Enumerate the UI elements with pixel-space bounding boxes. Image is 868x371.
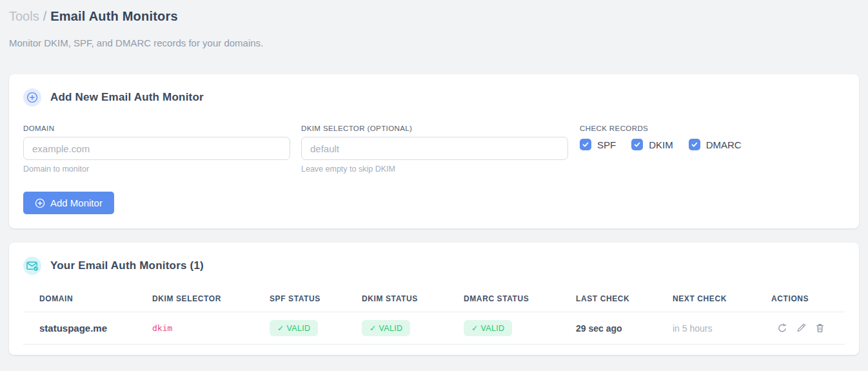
pencil-icon — [796, 323, 806, 333]
dkim-status-badge: ✓ VALID — [362, 320, 410, 336]
spf-checkbox-checked-icon[interactable] — [580, 139, 591, 150]
spf-checkbox-label: SPF — [597, 139, 616, 150]
breadcrumb: Tools/Email Auth Monitors — [9, 8, 859, 25]
column-header-domain: DOMAIN — [23, 294, 152, 303]
row-actions — [771, 323, 845, 334]
edit-button[interactable] — [796, 323, 806, 334]
dkim-status-cell: ✓ VALID — [362, 320, 464, 336]
dkim-checkbox-label: DKIM — [649, 139, 673, 150]
page-title: Email Auth Monitors — [50, 9, 178, 23]
monitors-card-header: Your Email Auth Monitors (1) — [23, 257, 845, 275]
column-header-actions: ACTIONS — [771, 294, 845, 303]
email-auth-monitors-page: Tools/Email Auth Monitors Monitor DKIM, … — [0, 0, 868, 355]
refresh-icon — [777, 323, 787, 334]
column-header-dkim-status: DKIM STATUS — [362, 294, 464, 303]
delete-button[interactable] — [814, 323, 825, 334]
add-monitor-button-label: Add Monitor — [50, 197, 103, 208]
monitor-last-check: 29 sec ago — [576, 323, 673, 334]
add-monitor-card-header: Add New Email Auth Monitor — [23, 88, 845, 106]
monitor-dkim-selector: dkim — [152, 323, 270, 333]
check-records-group: CHECK RECORDS SPF DKIM — [580, 125, 742, 150]
column-header-dmarc-status: DMARC STATUS — [464, 294, 576, 303]
dkim-selector-field-group: DKIM SELECTOR (OPTIONAL) Leave empty to … — [301, 125, 568, 174]
monitor-next-check: in 5 hours — [673, 323, 771, 334]
dkim-selector-input[interactable] — [301, 137, 568, 160]
check-records-options: SPF DKIM DMARC — [580, 139, 742, 150]
column-header-spf-status: SPF STATUS — [270, 294, 362, 303]
monitors-card-title: Your Email Auth Monitors (1) — [50, 259, 204, 272]
refresh-button[interactable] — [777, 323, 787, 334]
dkim-selector-field-helper: Leave empty to skip DKIM — [301, 165, 568, 174]
domain-field-helper: Domain to monitor — [23, 165, 290, 174]
monitor-domain: statuspage.me — [23, 323, 152, 334]
column-header-dkim-selector: DKIM SELECTOR — [152, 294, 270, 303]
dmarc-checkbox-checked-icon[interactable] — [689, 139, 700, 150]
dmarc-status-cell: ✓ VALID — [464, 320, 576, 336]
spf-checkbox-item[interactable]: SPF — [580, 139, 616, 150]
add-monitor-card: Add New Email Auth Monitor DOMAIN Domain… — [9, 74, 859, 228]
monitors-table: DOMAIN DKIM SELECTOR SPF STATUS DKIM STA… — [23, 288, 845, 345]
dmarc-checkbox-item[interactable]: DMARC — [689, 139, 742, 150]
domain-field-label: DOMAIN — [23, 125, 290, 132]
trash-icon — [815, 323, 825, 333]
envelope-check-icon — [23, 257, 41, 275]
table-row: statuspage.me dkim ✓ VALID ✓ VALID ✓ VAL… — [23, 312, 845, 345]
monitors-table-header: DOMAIN DKIM SELECTOR SPF STATUS DKIM STA… — [23, 288, 845, 312]
dkim-checkbox-checked-icon[interactable] — [631, 139, 643, 150]
page-subtitle: Monitor DKIM, SPF, and DMARC records for… — [9, 37, 859, 48]
add-monitor-form: DOMAIN Domain to monitor DKIM SELECTOR (… — [23, 125, 845, 174]
plus-circle-icon — [35, 198, 45, 208]
dkim-checkbox-item[interactable]: DKIM — [631, 139, 673, 150]
dkim-selector-field-label: DKIM SELECTOR (OPTIONAL) — [301, 125, 568, 132]
add-monitor-card-title: Add New Email Auth Monitor — [50, 91, 204, 104]
add-monitor-button[interactable]: Add Monitor — [23, 192, 114, 214]
breadcrumb-separator: / — [43, 9, 47, 23]
breadcrumb-tools-link[interactable]: Tools — [9, 9, 39, 23]
monitors-card: Your Email Auth Monitors (1) DOMAIN DKIM… — [9, 243, 859, 355]
column-header-next-check: NEXT CHECK — [673, 294, 771, 303]
spf-status-badge: ✓ VALID — [270, 320, 318, 336]
spf-status-cell: ✓ VALID — [270, 320, 362, 336]
column-header-last-check: LAST CHECK — [576, 294, 673, 303]
domain-field-group: DOMAIN Domain to monitor — [23, 125, 290, 174]
plus-circle-icon — [23, 88, 41, 106]
dmarc-status-badge: ✓ VALID — [464, 320, 512, 336]
check-records-label: CHECK RECORDS — [580, 125, 742, 132]
dmarc-checkbox-label: DMARC — [706, 139, 742, 150]
domain-input[interactable] — [23, 137, 290, 160]
